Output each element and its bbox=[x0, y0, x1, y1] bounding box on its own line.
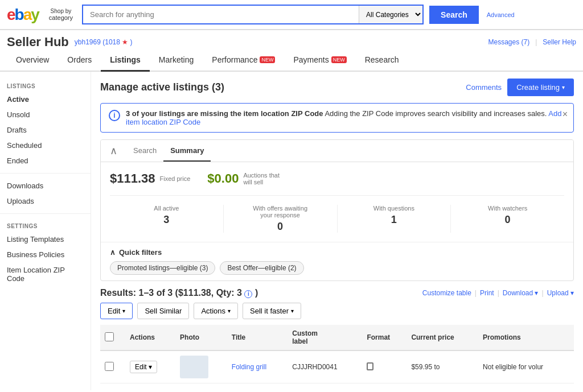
toolbar: Edit ▾ Sell Similar Actions ▾ Sell it fa… bbox=[100, 303, 574, 319]
sidebar-item-active[interactable]: Active bbox=[0, 92, 91, 107]
sell-faster-arrow-icon: ▾ bbox=[291, 308, 294, 314]
sidebar-item-ended[interactable]: Ended bbox=[0, 153, 91, 168]
info-icon: i bbox=[109, 110, 120, 121]
results-info-icon[interactable]: i bbox=[244, 290, 252, 298]
sidebar-divider-2 bbox=[0, 213, 91, 214]
col-current-price: Current price bbox=[407, 325, 478, 350]
summary-panel: ∧ Search Summary $111.38 Fixed price $0.… bbox=[100, 139, 574, 281]
col-photo: Photo bbox=[175, 325, 227, 350]
actions-button[interactable]: Actions ▾ bbox=[194, 303, 238, 319]
advanced-link[interactable]: Advanced bbox=[487, 11, 515, 18]
close-icon[interactable]: × bbox=[563, 109, 568, 119]
shop-by-category[interactable]: Shop by category bbox=[49, 8, 73, 21]
sidebar-item-downloads[interactable]: Downloads bbox=[0, 178, 91, 193]
row-price-cell: $59.95 to bbox=[407, 350, 478, 383]
listings-table: Actions Photo Title Customlabel Format C… bbox=[100, 325, 574, 383]
sidebar-item-drafts[interactable]: Drafts bbox=[0, 122, 91, 138]
filter-chip-promoted[interactable]: Promoted listings—eligible (3) bbox=[110, 261, 215, 275]
sidebar-item-uploads[interactable]: Uploads bbox=[0, 193, 91, 209]
create-listing-arrow-icon: ▾ bbox=[562, 84, 565, 90]
content-header: Manage active listings (3) Comments Crea… bbox=[100, 79, 574, 96]
lock-icon bbox=[367, 362, 373, 370]
fixed-price-amount: $111.38 bbox=[110, 171, 155, 186]
tab-listings[interactable]: Listings bbox=[101, 49, 150, 72]
sidebar-item-scheduled[interactable]: Scheduled bbox=[0, 138, 91, 153]
row-checkbox[interactable] bbox=[105, 362, 114, 371]
results-header: Results: 1–3 of 3 ($111.38, Qty: 3 i ) C… bbox=[100, 288, 574, 298]
table-header-row: Actions Photo Title Customlabel Format C… bbox=[100, 325, 574, 350]
col-custom-label: Customlabel bbox=[288, 325, 362, 350]
sidebar-item-business-policies[interactable]: Business Policies bbox=[0, 247, 91, 262]
row-promotions-cell: Not eligible for volur bbox=[478, 350, 574, 383]
tab-search[interactable]: Search bbox=[126, 141, 163, 162]
sidebar-item-zip-code[interactable]: Item Location ZIP Code bbox=[0, 262, 91, 286]
settings-section-label: SETTINGS bbox=[0, 218, 91, 232]
content-area: Manage active listings (3) Comments Crea… bbox=[91, 72, 583, 390]
search-button[interactable]: Search bbox=[429, 6, 479, 24]
sell-faster-button[interactable]: Sell it faster ▾ bbox=[243, 303, 301, 319]
auction-price-label: Auctions that will sell bbox=[243, 172, 289, 185]
comments-link[interactable]: Comments bbox=[466, 83, 502, 92]
seller-rating: (1018 bbox=[102, 38, 122, 46]
row-checkbox-cell bbox=[100, 350, 125, 383]
upload-link[interactable]: Upload ▾ bbox=[547, 289, 574, 297]
tab-payments[interactable]: PaymentsNEW bbox=[284, 49, 355, 72]
col-actions: Actions bbox=[125, 325, 175, 350]
stat-offers-awaiting: With offers awaitingyour response 0 bbox=[223, 205, 337, 233]
edit-button[interactable]: Edit ▾ bbox=[100, 303, 133, 319]
customize-table-link[interactable]: Customize table bbox=[422, 289, 471, 297]
col-checkbox bbox=[100, 325, 125, 350]
listing-title-link[interactable]: Folding grill bbox=[232, 363, 266, 371]
col-title: Title bbox=[227, 325, 288, 350]
search-input[interactable] bbox=[83, 6, 359, 23]
download-link[interactable]: Download ▾ bbox=[503, 289, 539, 297]
tab-summary[interactable]: Summary bbox=[163, 141, 211, 162]
summary-collapse-icon[interactable]: ∧ bbox=[108, 140, 120, 162]
page-title: Manage active listings (3) bbox=[100, 81, 224, 93]
star-icon: ★ bbox=[122, 38, 128, 46]
auction-price-amount: $0.00 bbox=[207, 171, 239, 186]
quick-filters-label: Quick filters bbox=[119, 248, 162, 257]
summary-stats: All active 3 With offers awaitingyour re… bbox=[110, 196, 564, 233]
fixed-price-block: $111.38 Fixed price bbox=[110, 171, 190, 186]
results-links: Customize table | Print | Download ▾ | U… bbox=[422, 289, 574, 297]
category-select[interactable]: All Categories bbox=[359, 6, 422, 23]
results-title: Results: 1–3 of 3 ($111.38, Qty: 3 i ) bbox=[100, 288, 258, 298]
header: ebay Shop by category All Categories Sea… bbox=[0, 0, 583, 30]
sidebar: LISTINGS Active Unsold Drafts Scheduled … bbox=[0, 72, 91, 390]
alert-banner: i 3 of your listings are missing the ite… bbox=[100, 103, 574, 133]
row-edit-button[interactable]: Edit ▾ bbox=[130, 361, 157, 373]
summary-body: $111.38 Fixed price $0.00 Auctions that … bbox=[101, 162, 573, 242]
quick-filters-header[interactable]: ∧ Quick filters bbox=[110, 248, 564, 257]
tab-performance[interactable]: PerformanceNEW bbox=[203, 49, 284, 72]
seller-hub-header: Seller Hub ybh1969 (1018 ★ ) Messages (7… bbox=[0, 30, 583, 49]
create-listing-button[interactable]: Create listing ▾ bbox=[507, 79, 574, 96]
row-actions-cell: Edit ▾ bbox=[125, 350, 175, 383]
sidebar-item-unsold[interactable]: Unsold bbox=[0, 107, 91, 122]
tab-research[interactable]: Research bbox=[356, 49, 408, 72]
seller-help-link[interactable]: Seller Help bbox=[543, 38, 576, 46]
sidebar-item-listing-templates[interactable]: Listing Templates bbox=[0, 232, 91, 247]
tab-orders[interactable]: Orders bbox=[58, 49, 101, 72]
alert-text: 3 of your listings are missing the item … bbox=[126, 109, 565, 126]
messages-link[interactable]: Messages (7) bbox=[488, 38, 529, 46]
sidebar-divider-1 bbox=[0, 173, 91, 174]
quick-filters-collapse-icon: ∧ bbox=[110, 248, 116, 257]
select-all-checkbox[interactable] bbox=[105, 332, 114, 341]
actions-arrow-icon: ▾ bbox=[228, 308, 231, 314]
stat-watchers: With watchers 0 bbox=[450, 205, 564, 233]
tab-marketing[interactable]: Marketing bbox=[150, 49, 203, 72]
row-custom-label-cell: CJJJRHD0041 bbox=[288, 350, 362, 383]
ebay-logo[interactable]: ebay bbox=[7, 6, 39, 24]
auction-price-block: $0.00 Auctions that will sell bbox=[207, 171, 289, 186]
filter-chip-best-offer[interactable]: Best Offer—eligible (2) bbox=[220, 261, 303, 275]
seller-info: ybh1969 (1018 ★ ) bbox=[75, 38, 133, 46]
print-link[interactable]: Print bbox=[480, 289, 494, 297]
quick-filters-chips: Promoted listings—eligible (3) Best Offe… bbox=[110, 261, 564, 275]
tab-overview[interactable]: Overview bbox=[7, 49, 58, 72]
seller-name[interactable]: ybh1969 bbox=[75, 38, 101, 46]
listing-photo bbox=[180, 356, 208, 378]
listings-section-label: LISTINGS bbox=[0, 79, 91, 92]
sell-similar-button[interactable]: Sell Similar bbox=[137, 303, 189, 319]
row-photo-cell bbox=[175, 350, 227, 383]
